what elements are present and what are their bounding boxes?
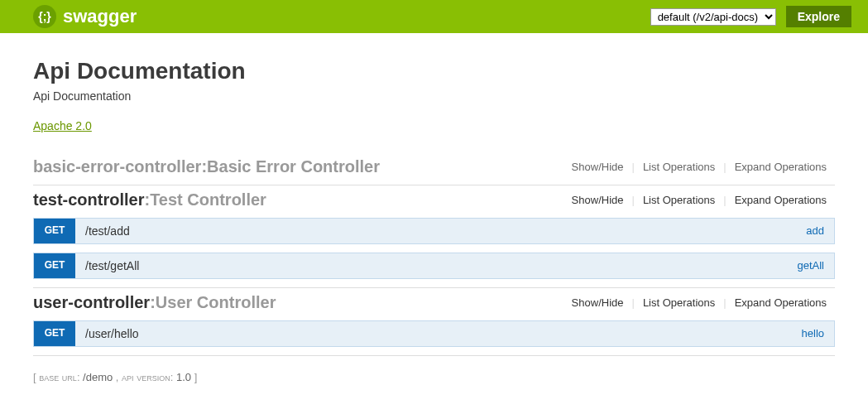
operation-row: GET/test/getAllgetAll [33, 253, 835, 279]
controller-op-links: Show/Hide|List Operations|Expand Operati… [563, 161, 835, 173]
page-title: Api Documentation [33, 58, 835, 84]
logo-text: swagger [63, 6, 137, 27]
api-version-value: 1.0 [176, 371, 191, 383]
operation-path[interactable]: /test/getAll [75, 253, 149, 278]
swagger-icon: {;} [33, 5, 56, 28]
controller-separator: : [150, 293, 156, 312]
http-method-badge[interactable]: GET [34, 321, 75, 346]
operation-name[interactable]: add [796, 219, 834, 243]
header-bar: {;} swagger default (/v2/api-docs) Explo… [0, 0, 868, 33]
controller-header[interactable]: basic-error-controller : Basic Error Con… [33, 152, 835, 185]
list-ops-link[interactable]: List Operations [635, 161, 723, 173]
controller-test-controller: test-controller : Test ControllerShow/Hi… [33, 185, 835, 288]
controller-basic-error-controller: basic-error-controller : Basic Error Con… [33, 152, 835, 185]
controller-op-links: Show/Hide|List Operations|Expand Operati… [563, 194, 835, 206]
show-hide-link[interactable]: Show/Hide [563, 161, 632, 173]
controller-description: User Controller [156, 293, 276, 312]
license-link[interactable]: Apache 2.0 [33, 119, 92, 132]
operation-path[interactable]: /user/hello [75, 321, 149, 346]
operation-row: GET/test/addadd [33, 218, 835, 244]
controller-name[interactable]: basic-error-controller [33, 157, 201, 176]
spacer [140, 219, 797, 243]
http-method-badge[interactable]: GET [34, 219, 75, 243]
controllers-list: basic-error-controller : Basic Error Con… [33, 152, 835, 356]
explore-button[interactable]: Explore [786, 6, 851, 27]
controller-user-controller: user-controller : User ControllerShow/Hi… [33, 288, 835, 356]
spacer [149, 321, 792, 346]
controller-header[interactable]: user-controller : User ControllerShow/Hi… [33, 288, 835, 320]
expand-ops-link[interactable]: Expand Operations [727, 296, 835, 309]
content: Api Documentation Api Documentation Apac… [0, 33, 868, 400]
spacer [149, 253, 787, 278]
controller-name[interactable]: test-controller [33, 190, 144, 209]
show-hide-link[interactable]: Show/Hide [563, 194, 632, 206]
list-ops-link[interactable]: List Operations [635, 296, 723, 309]
operation[interactable]: GET/user/hellohello [33, 320, 835, 347]
expand-ops-link[interactable]: Expand Operations [727, 194, 835, 206]
operation-name[interactable]: getAll [787, 253, 834, 278]
page-subtitle: Api Documentation [33, 89, 835, 103]
operation-row: GET/user/hellohello [33, 320, 835, 347]
base-url-value: /demo [83, 371, 113, 383]
expand-ops-link[interactable]: Expand Operations [727, 161, 835, 173]
api-spec-select[interactable]: default (/v2/api-docs) [650, 8, 776, 26]
controller-header[interactable]: test-controller : Test ControllerShow/Hi… [33, 185, 835, 218]
http-method-badge[interactable]: GET [34, 253, 75, 278]
controller-separator: : [144, 190, 150, 209]
info-footer: [ base url: /demo , api version: 1.0 ] [33, 371, 835, 383]
controller-name[interactable]: user-controller [33, 293, 150, 312]
operation-name[interactable]: hello [792, 321, 834, 346]
operation[interactable]: GET/test/getAllgetAll [33, 253, 835, 279]
show-hide-link[interactable]: Show/Hide [563, 296, 632, 309]
base-url-label: base url [39, 371, 77, 383]
controller-description: Test Controller [150, 190, 266, 209]
controller-separator: : [201, 157, 207, 176]
operation[interactable]: GET/test/addadd [33, 218, 835, 244]
api-version-label: api version [122, 371, 170, 383]
operation-path[interactable]: /test/add [75, 219, 140, 243]
logo[interactable]: {;} swagger [33, 5, 137, 28]
controller-op-links: Show/Hide|List Operations|Expand Operati… [563, 296, 835, 309]
header-right: default (/v2/api-docs) Explore [650, 6, 851, 27]
controller-description: Basic Error Controller [207, 157, 380, 176]
list-ops-link[interactable]: List Operations [635, 194, 723, 206]
